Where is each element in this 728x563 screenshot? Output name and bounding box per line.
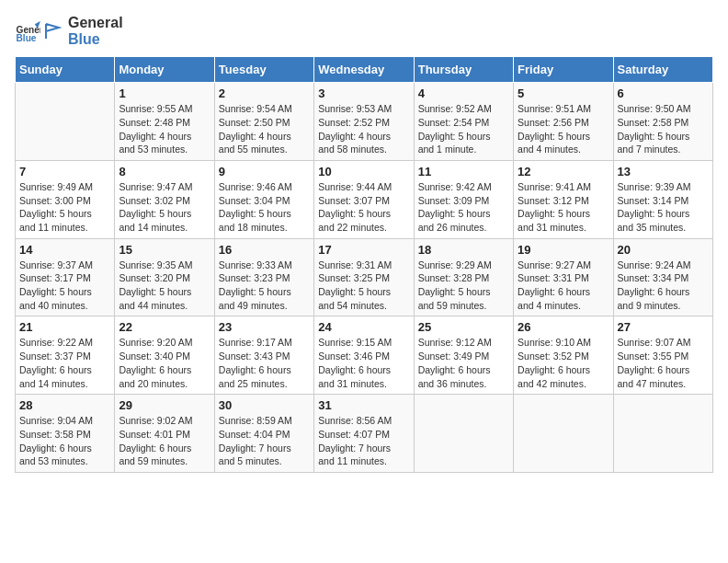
day-number: 20 <box>618 243 709 257</box>
day-info: Sunrise: 9:53 AM Sunset: 2:52 PM Dayligh… <box>318 102 409 156</box>
calendar-cell: 16Sunrise: 9:33 AM Sunset: 3:23 PM Dayli… <box>214 238 313 316</box>
day-info: Sunrise: 9:37 AM Sunset: 3:17 PM Dayligh… <box>19 259 110 313</box>
calendar-cell: 5Sunrise: 9:51 AM Sunset: 2:56 PM Daylig… <box>514 83 613 161</box>
calendar-cell: 31Sunrise: 8:56 AM Sunset: 4:07 PM Dayli… <box>314 395 414 473</box>
day-info: Sunrise: 9:44 AM Sunset: 3:07 PM Dayligh… <box>318 180 409 235</box>
day-info: Sunrise: 9:54 AM Sunset: 2:50 PM Dayligh… <box>219 102 310 156</box>
logo-general: General <box>68 15 123 30</box>
col-header-tuesday: Tuesday <box>214 57 313 83</box>
day-number: 22 <box>119 320 210 334</box>
logo-icon: General Blue <box>15 18 40 44</box>
calendar-cell: 23Sunrise: 9:17 AM Sunset: 3:43 PM Dayli… <box>214 316 313 395</box>
col-header-saturday: Saturday <box>613 57 712 83</box>
day-info: Sunrise: 9:52 AM Sunset: 2:54 PM Dayligh… <box>418 102 509 156</box>
day-number: 16 <box>219 243 310 257</box>
day-info: Sunrise: 9:55 AM Sunset: 2:48 PM Dayligh… <box>119 102 210 156</box>
week-row-3: 14Sunrise: 9:37 AM Sunset: 3:17 PM Dayli… <box>16 238 713 316</box>
calendar-cell: 4Sunrise: 9:52 AM Sunset: 2:54 PM Daylig… <box>414 83 513 161</box>
page-header: General Blue General Blue <box>15 15 713 47</box>
day-info: Sunrise: 9:04 AM Sunset: 3:58 PM Dayligh… <box>19 414 110 468</box>
day-number: 1 <box>119 86 210 100</box>
day-number: 24 <box>318 320 409 334</box>
day-number: 19 <box>518 243 609 257</box>
day-info: Sunrise: 9:17 AM Sunset: 3:43 PM Dayligh… <box>219 336 310 390</box>
col-header-sunday: Sunday <box>16 57 115 83</box>
day-number: 17 <box>318 243 409 257</box>
day-info: Sunrise: 9:10 AM Sunset: 3:52 PM Dayligh… <box>518 336 609 390</box>
week-row-4: 21Sunrise: 9:22 AM Sunset: 3:37 PM Dayli… <box>16 316 713 395</box>
calendar-cell: 2Sunrise: 9:54 AM Sunset: 2:50 PM Daylig… <box>214 83 313 161</box>
day-info: Sunrise: 9:15 AM Sunset: 3:46 PM Dayligh… <box>318 336 409 390</box>
calendar-cell: 29Sunrise: 9:02 AM Sunset: 4:01 PM Dayli… <box>115 395 214 473</box>
day-number: 18 <box>418 243 509 257</box>
day-number: 3 <box>318 86 409 100</box>
calendar-table: SundayMondayTuesdayWednesdayThursdayFrid… <box>15 56 713 473</box>
day-info: Sunrise: 9:29 AM Sunset: 3:28 PM Dayligh… <box>418 259 509 313</box>
day-info: Sunrise: 9:12 AM Sunset: 3:49 PM Dayligh… <box>418 336 509 390</box>
calendar-cell: 14Sunrise: 9:37 AM Sunset: 3:17 PM Dayli… <box>16 238 115 316</box>
day-info: Sunrise: 9:51 AM Sunset: 2:56 PM Dayligh… <box>518 102 609 156</box>
day-number: 14 <box>19 243 110 257</box>
calendar-cell: 1Sunrise: 9:55 AM Sunset: 2:48 PM Daylig… <box>115 83 214 161</box>
day-info: Sunrise: 8:56 AM Sunset: 4:07 PM Dayligh… <box>318 414 409 468</box>
calendar-cell: 19Sunrise: 9:27 AM Sunset: 3:31 PM Dayli… <box>514 238 613 316</box>
week-row-2: 7Sunrise: 9:49 AM Sunset: 3:00 PM Daylig… <box>16 160 713 238</box>
calendar-cell: 11Sunrise: 9:42 AM Sunset: 3:09 PM Dayli… <box>414 160 513 238</box>
calendar-cell: 7Sunrise: 9:49 AM Sunset: 3:00 PM Daylig… <box>16 160 115 238</box>
calendar-cell: 25Sunrise: 9:12 AM Sunset: 3:49 PM Dayli… <box>414 316 513 395</box>
day-number: 2 <box>219 86 310 100</box>
calendar-cell: 26Sunrise: 9:10 AM Sunset: 3:52 PM Dayli… <box>514 316 613 395</box>
col-header-thursday: Thursday <box>414 57 513 83</box>
day-info: Sunrise: 9:31 AM Sunset: 3:25 PM Dayligh… <box>318 259 409 313</box>
calendar-cell: 20Sunrise: 9:24 AM Sunset: 3:34 PM Dayli… <box>613 238 712 316</box>
day-info: Sunrise: 9:50 AM Sunset: 2:58 PM Dayligh… <box>618 102 709 156</box>
day-info: Sunrise: 9:24 AM Sunset: 3:34 PM Dayligh… <box>618 259 709 313</box>
calendar-cell: 10Sunrise: 9:44 AM Sunset: 3:07 PM Dayli… <box>314 160 414 238</box>
svg-text:Blue: Blue <box>17 32 37 42</box>
day-info: Sunrise: 9:41 AM Sunset: 3:12 PM Dayligh… <box>518 180 609 235</box>
calendar-cell: 24Sunrise: 9:15 AM Sunset: 3:46 PM Dayli… <box>314 316 414 395</box>
day-number: 29 <box>119 398 210 412</box>
day-number: 11 <box>418 165 509 178</box>
calendar-cell <box>16 83 115 161</box>
day-number: 21 <box>19 320 110 334</box>
day-number: 15 <box>119 243 210 257</box>
day-number: 12 <box>518 165 609 178</box>
calendar-cell: 6Sunrise: 9:50 AM Sunset: 2:58 PM Daylig… <box>613 83 712 161</box>
day-number: 30 <box>219 398 310 412</box>
day-number: 28 <box>19 398 110 412</box>
logo-flag-icon <box>42 20 64 42</box>
col-header-monday: Monday <box>115 57 214 83</box>
week-row-5: 28Sunrise: 9:04 AM Sunset: 3:58 PM Dayli… <box>16 395 713 473</box>
day-number: 27 <box>618 320 709 334</box>
calendar-cell: 30Sunrise: 8:59 AM Sunset: 4:04 PM Dayli… <box>214 395 313 473</box>
day-info: Sunrise: 9:46 AM Sunset: 3:04 PM Dayligh… <box>219 180 310 235</box>
calendar-cell <box>514 395 613 473</box>
day-number: 7 <box>19 165 110 178</box>
calendar-cell: 28Sunrise: 9:04 AM Sunset: 3:58 PM Dayli… <box>16 395 115 473</box>
calendar-cell: 21Sunrise: 9:22 AM Sunset: 3:37 PM Dayli… <box>16 316 115 395</box>
calendar-cell: 9Sunrise: 9:46 AM Sunset: 3:04 PM Daylig… <box>214 160 313 238</box>
day-info: Sunrise: 9:02 AM Sunset: 4:01 PM Dayligh… <box>119 414 210 468</box>
calendar-cell: 13Sunrise: 9:39 AM Sunset: 3:14 PM Dayli… <box>613 160 712 238</box>
col-header-friday: Friday <box>514 57 613 83</box>
day-number: 8 <box>119 165 210 178</box>
day-number: 31 <box>318 398 409 412</box>
day-info: Sunrise: 9:27 AM Sunset: 3:31 PM Dayligh… <box>518 259 609 313</box>
calendar-cell: 15Sunrise: 9:35 AM Sunset: 3:20 PM Dayli… <box>115 238 214 316</box>
calendar-cell: 18Sunrise: 9:29 AM Sunset: 3:28 PM Dayli… <box>414 238 513 316</box>
calendar-cell <box>414 395 513 473</box>
day-number: 6 <box>618 86 709 100</box>
day-number: 25 <box>418 320 509 334</box>
logo: General Blue General Blue <box>15 15 123 47</box>
calendar-cell: 3Sunrise: 9:53 AM Sunset: 2:52 PM Daylig… <box>314 83 414 161</box>
day-number: 5 <box>518 86 609 100</box>
day-info: Sunrise: 9:39 AM Sunset: 3:14 PM Dayligh… <box>618 180 709 235</box>
day-info: Sunrise: 9:49 AM Sunset: 3:00 PM Dayligh… <box>19 180 110 235</box>
day-number: 23 <box>219 320 310 334</box>
day-number: 10 <box>318 165 409 178</box>
day-info: Sunrise: 9:42 AM Sunset: 3:09 PM Dayligh… <box>418 180 509 235</box>
day-info: Sunrise: 9:47 AM Sunset: 3:02 PM Dayligh… <box>119 180 210 235</box>
col-header-wednesday: Wednesday <box>314 57 414 83</box>
day-number: 26 <box>518 320 609 334</box>
